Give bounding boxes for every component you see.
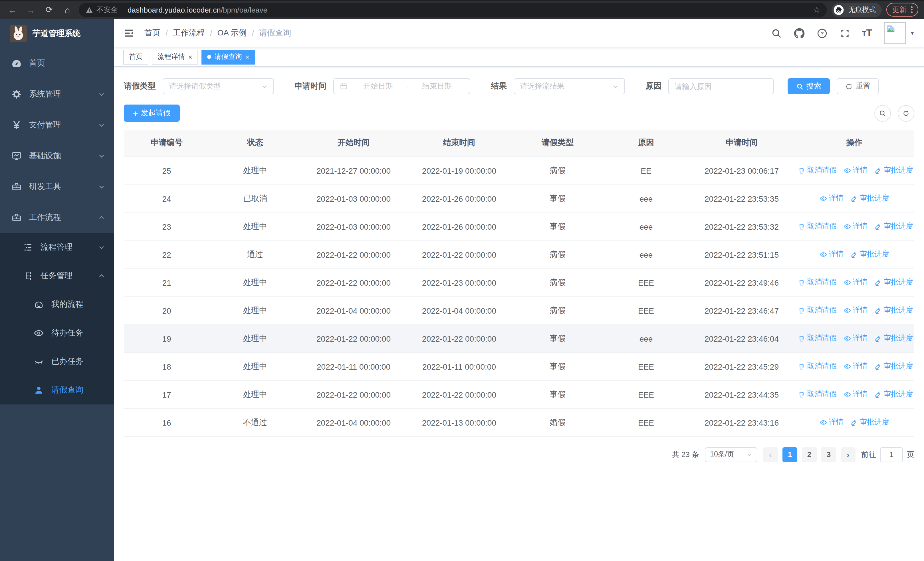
progress-leave-link[interactable]: 审批进度	[850, 250, 889, 260]
page-button-3[interactable]: 3	[821, 447, 836, 462]
browser-home-button[interactable]: ⌂	[60, 3, 74, 17]
progress-leave-link[interactable]: 审批进度	[850, 417, 889, 428]
cancel-leave-link[interactable]: 取消请假	[798, 165, 837, 176]
sidebar-item-my-process[interactable]: 我的流程	[0, 290, 114, 319]
detail-leave-link[interactable]: 详情	[819, 417, 843, 428]
apply-time-range-picker[interactable]: 开始日期 - 结束日期	[333, 78, 470, 94]
cell-status: 处理中	[210, 352, 301, 381]
detail-leave-link[interactable]: 详情	[819, 250, 843, 260]
progress-leave-link[interactable]: 审批进度	[874, 361, 913, 371]
cancel-leave-link[interactable]: 取消请假	[798, 361, 837, 371]
cancel-leave-link[interactable]: 取消请假	[798, 277, 837, 288]
help-icon[interactable]: ?	[816, 28, 827, 39]
toggle-search-button[interactable]	[874, 105, 891, 122]
browser-reload-button[interactable]: ⟳	[42, 3, 56, 17]
cell-status: 处理中	[210, 296, 301, 325]
bookmark-star-icon[interactable]: ☆	[813, 5, 820, 14]
page-size-select[interactable]: 10条/页	[705, 447, 758, 462]
sidebar-item-done-tasks[interactable]: 已办任务	[0, 347, 114, 376]
page-button-2[interactable]: 2	[802, 447, 817, 462]
progress-leave-link[interactable]: 审批进度	[874, 333, 913, 344]
breadcrumb-item[interactable]: OA 示例	[218, 28, 247, 38]
not-secure-indicator[interactable]: 不安全	[86, 5, 118, 15]
progress-leave-link[interactable]: 审批进度	[874, 277, 913, 288]
cell-leave-type: 婚假	[512, 409, 603, 436]
cell-reason: eee	[603, 241, 689, 269]
sidebar-collapse-icon[interactable]	[123, 27, 135, 39]
eye-icon	[34, 328, 44, 338]
cell-start-time: 2022-01-22 00:00:00	[301, 381, 406, 409]
address-bar[interactable]: 不安全 dashboard.yudao.iocoder.cn/bpm/oa/le…	[79, 3, 827, 17]
tab-请假查询[interactable]: 请假查询×	[201, 50, 255, 64]
table-row: 19处理中2022-01-22 00:00:002022-01-22 00:00…	[124, 325, 914, 352]
user-menu[interactable]: ▼	[884, 22, 915, 44]
view-icon	[843, 391, 851, 398]
progress-leave-link[interactable]: 审批进度	[874, 305, 913, 316]
sidebar-item-task-management[interactable]: 任务管理	[0, 262, 114, 290]
detail-leave-link[interactable]: 详情	[843, 305, 867, 316]
page-button-1[interactable]: 1	[783, 447, 797, 462]
detail-leave-link[interactable]: 详情	[843, 390, 867, 400]
browser-menu-icon[interactable]	[911, 6, 913, 13]
sidebar-item-infrastructure[interactable]: 基础设施	[0, 141, 114, 171]
reset-button[interactable]: 重置	[837, 78, 879, 94]
result-select[interactable]: 请选择流结果	[514, 78, 625, 94]
reason-input[interactable]	[675, 82, 768, 90]
cell-leave-type: 事假	[512, 185, 603, 212]
tab-流程详情[interactable]: 流程详情×	[152, 50, 198, 64]
browser-update-button[interactable]: 更新	[886, 3, 918, 17]
cancel-leave-link[interactable]: 取消请假	[798, 390, 837, 400]
update-label: 更新	[892, 5, 907, 15]
prev-page-button[interactable]: ‹	[763, 447, 778, 462]
close-icon[interactable]: ×	[188, 53, 192, 60]
github-icon[interactable]	[794, 28, 804, 39]
sidebar-item-leave-query[interactable]: 请假查询	[0, 376, 114, 405]
action-label: 取消请假	[807, 305, 837, 316]
browser-forward-button[interactable]: →	[24, 3, 38, 17]
sidebar-item-todo-tasks[interactable]: 待办任务	[0, 319, 114, 347]
close-icon[interactable]: ×	[245, 53, 249, 60]
detail-leave-link[interactable]: 详情	[843, 361, 867, 371]
sidebar-item-dev-tools[interactable]: 研发工具	[0, 171, 114, 202]
tab-首页[interactable]: 首页	[123, 50, 148, 64]
leave-type-select[interactable]: 请选择请假类型	[163, 78, 274, 94]
goto-page-input[interactable]	[880, 447, 903, 462]
breadcrumb-item[interactable]: 工作流程	[173, 28, 205, 38]
detail-leave-link[interactable]: 详情	[843, 277, 867, 288]
refresh-table-button[interactable]	[898, 105, 914, 122]
detail-leave-link[interactable]: 详情	[843, 165, 867, 176]
progress-leave-link[interactable]: 审批进度	[874, 221, 913, 232]
create-leave-button[interactable]: + 发起请假	[124, 105, 180, 122]
cancel-leave-link[interactable]: 取消请假	[798, 221, 837, 232]
fullscreen-icon[interactable]	[839, 28, 850, 39]
sidebar-item-home[interactable]: 首页	[0, 48, 114, 79]
sidebar-item-workflow[interactable]: 工作流程	[0, 202, 114, 233]
pagination: 共 23 条 10条/页 ‹123› 前往 页	[124, 447, 914, 462]
progress-leave-link[interactable]: 审批进度	[850, 193, 889, 204]
cancel-leave-link[interactable]: 取消请假	[798, 333, 837, 344]
search-icon[interactable]	[771, 28, 782, 39]
avatar[interactable]	[884, 22, 906, 44]
cancel-leave-link[interactable]: 取消请假	[798, 305, 837, 316]
cell-start-time: 2022-01-22 00:00:00	[301, 269, 406, 296]
sidebar-item-label: 已办任务	[51, 356, 105, 367]
delete-icon	[798, 307, 805, 314]
detail-leave-link[interactable]: 详情	[819, 193, 843, 204]
next-page-button[interactable]: ›	[841, 447, 855, 462]
cell-apply-time: 2022-01-22 23:45:29	[689, 352, 795, 381]
sidebar-item-system-management[interactable]: 系统管理	[0, 79, 114, 110]
detail-leave-link[interactable]: 详情	[843, 221, 867, 232]
search-button[interactable]: 搜索	[788, 78, 830, 94]
detail-leave-link[interactable]: 详情	[843, 333, 867, 344]
cell-end-time: 2022-01-26 00:00:00	[406, 185, 512, 212]
cell-start-time: 2022-01-22 00:00:00	[301, 325, 406, 352]
reason-input-wrap	[668, 78, 774, 94]
cell-end-time: 2022-01-04 00:00:00	[406, 296, 512, 325]
progress-leave-link[interactable]: 审批进度	[874, 390, 913, 400]
progress-leave-link[interactable]: 审批进度	[874, 165, 913, 176]
sidebar-item-process-management[interactable]: 流程管理	[0, 233, 114, 262]
breadcrumb-item[interactable]: 首页	[144, 28, 160, 38]
browser-back-button[interactable]: ←	[6, 3, 20, 17]
font-size-icon[interactable]: TT	[862, 27, 872, 39]
sidebar-item-payment-management[interactable]: 支付管理	[0, 110, 114, 141]
